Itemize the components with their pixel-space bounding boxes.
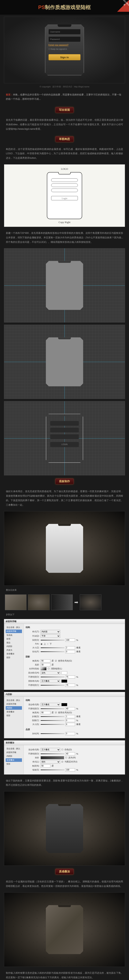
size-input[interactable]: [65, 646, 75, 649]
dialog-title: 渐变叠加: [4, 740, 125, 745]
grid-canvas-3: LOGIN: [4, 401, 125, 476]
layer-style-dialog-gradient: 渐变叠加 混合选项：默认 斜面和浮雕 内阴影 渐变叠加 投影 混合模式(B):正…: [4, 740, 125, 775]
password-input[interactable]: [48, 37, 81, 42]
dialog-sidebar: 混合选项：默认 斜面和浮雕 等高线 纹理 描边 内阴影 内发光 渐变叠加 投影: [4, 624, 24, 689]
sketch-image: LOGO Login Copy Right: [4, 164, 125, 227]
distance-input[interactable]: [65, 715, 75, 718]
thumb-texture-2: [28, 595, 49, 610]
layer-style-dialog-bevel: 斜面和浮雕 混合选项：默认 斜面和浮雕 等高线 纹理 描边 内阴影 内发光 渐变…: [4, 619, 125, 690]
dialog-sidebar: 混合选项：默认 斜面和浮雕 内阴影 渐变叠加 投影: [4, 697, 24, 738]
section-title-2: 草图构思: [0, 136, 129, 142]
sketch-frame: Login: [47, 172, 82, 219]
choke-input[interactable]: [65, 719, 75, 722]
wireframe-solid: [46, 261, 83, 310]
body-p4: 做好大体布局后，首先完成背景的质感处理。为了做出真实的锈迹感，需要找一些真实的素…: [0, 487, 129, 509]
plate-white: [46, 524, 83, 573]
thumb-gradient: [51, 595, 73, 610]
thumb-texture-1: [5, 595, 27, 610]
ishadow-angle[interactable]: [41, 711, 50, 714]
login-frame: Forgot your password? ☐ Keep me signed i…: [45, 24, 84, 75]
section-title-4: 质感叠加: [0, 869, 129, 875]
sketch-logo-label: LOGO: [61, 167, 68, 170]
layer-style-dialog-innershadow: 内阴影 混合选项：默认 斜面和浮雕 内阴影 渐变叠加 投影 结构 混合模式(B)…: [4, 692, 125, 738]
metal-bg-3: [4, 892, 125, 967]
body-p8: 制作输入框时候要注意的是输入框的内阴影与底板的内阴影投射方向相反，因为它是凹进去…: [0, 969, 129, 980]
caption-params: 参数如下: [0, 612, 129, 617]
wireframe-login-btn: LOGIN: [50, 442, 79, 447]
page-title: PS制作质感游戏登陆框: [0, 4, 129, 11]
gblend-select[interactable]: 正片叠底: [41, 748, 60, 751]
wireframe-bordered: [46, 337, 83, 386]
sketch-copyright-label: Copy Right: [59, 221, 70, 224]
sopacity-input[interactable]: [65, 684, 75, 687]
opacity-input[interactable]: [65, 707, 75, 710]
signin-button[interactable]: Sign in: [48, 54, 81, 60]
soften-input[interactable]: [65, 650, 75, 653]
frame-notch: [57, 24, 72, 27]
arrow-icon: ➡: [74, 600, 78, 605]
sketch-login-label: Login: [51, 196, 78, 200]
depth-input[interactable]: [65, 639, 75, 642]
grid-canvas-2: [4, 325, 125, 399]
gscale-input[interactable]: [65, 768, 75, 772]
isize-input[interactable]: [65, 723, 75, 726]
corner-badge: 2012再出发: [117, 0, 129, 12]
gangle-input[interactable]: [41, 764, 50, 768]
hopacity-input[interactable]: [65, 675, 75, 679]
dialog-title: 斜面和浮雕: [4, 619, 125, 624]
wireframe-inputs: LOGIN: [46, 414, 83, 463]
altitude-input[interactable]: [41, 663, 50, 667]
grid-canvas-1: [4, 248, 125, 323]
metal-bg-2: [4, 791, 125, 866]
blend-select[interactable]: 正片叠底: [41, 703, 60, 706]
remember-check[interactable]: ☐ Keep me signed in: [48, 48, 81, 50]
body-p6: 做出下面的效果，主要是内阴影那里要注意，阴影角度要与背景的受光方向保持一致，距离…: [0, 776, 129, 789]
gstyle-select[interactable]: 线性: [41, 760, 60, 764]
dialog-main: 结构 样式(T):内斜面 方法(Q):平滑 深度(D):% 方向: ◉ 上 ○ …: [24, 624, 125, 689]
body-p1: 首先关于临摹的话题，最近看到很多朋友临摹作品，临... 技法的学习是必不可少的，…: [0, 116, 129, 133]
dialog-main: 混合模式(B):正片叠底 ☐ 仿色(D) 不透明度(O):% 渐变: ☐ 反向(…: [24, 745, 125, 774]
meta-line: © copyright 设计作者：BIGD大D http://bigd.name: [0, 85, 129, 88]
caption-thumbs: 叠加后效果: [0, 588, 129, 592]
metal-bg-1: [4, 511, 125, 585]
texture-thumbs: ➡: [0, 592, 129, 612]
forgot-link[interactable]: Forgot your password?: [48, 44, 81, 46]
section-title-3: 底板制作: [0, 479, 129, 484]
smode-select[interactable]: 正片叠底: [41, 679, 60, 683]
body-p2: 构思的话，这个背景我想做成那种生锈掉的金属质感，有凹凸感，最好有裂痕那种感觉。构…: [0, 145, 129, 162]
body-p3: 新建一个画布720*480，首先用基本的圆角矩形画出中间登录框的大致轮廓。这四个…: [0, 229, 129, 246]
plate-dark: [46, 804, 83, 853]
hero-preview: Forgot your password? ☐ Keep me signed i…: [4, 17, 125, 83]
thumb-result: [80, 595, 101, 610]
style-select[interactable]: 内斜面: [41, 630, 60, 633]
dialog-title: 内阴影: [4, 692, 125, 697]
preface: 前言：本教... 临摹作品并非看到一个好的作品就临摹，而是要有选择的临摹，主要学…: [0, 90, 129, 104]
noise-input[interactable]: [65, 732, 75, 735]
angle-input[interactable]: [41, 659, 50, 662]
dialog-main: 结构 混合模式(B):正片叠底 不透明度(O):% 角度(A):度 ☑ 使用全局…: [24, 697, 125, 738]
plate-metal: [46, 905, 83, 954]
gopacity-input[interactable]: [65, 752, 75, 756]
method-select[interactable]: 平滑: [41, 634, 60, 638]
header-banner: 2012再出发 PS制作质感游戏登陆框: [0, 0, 129, 15]
body-p7: 然后找一个金属的纹理贴图（没有的话百度搜一下很多），叠加在框上。调整图片的曲线，…: [0, 878, 129, 891]
dialog-sidebar: 混合选项：默认 斜面和浮雕 内阴影 渐变叠加 投影: [4, 745, 24, 774]
username-input[interactable]: [48, 29, 81, 35]
hmode-select[interactable]: 滤色: [41, 671, 60, 675]
section-title-1: 写在前面: [0, 107, 129, 113]
